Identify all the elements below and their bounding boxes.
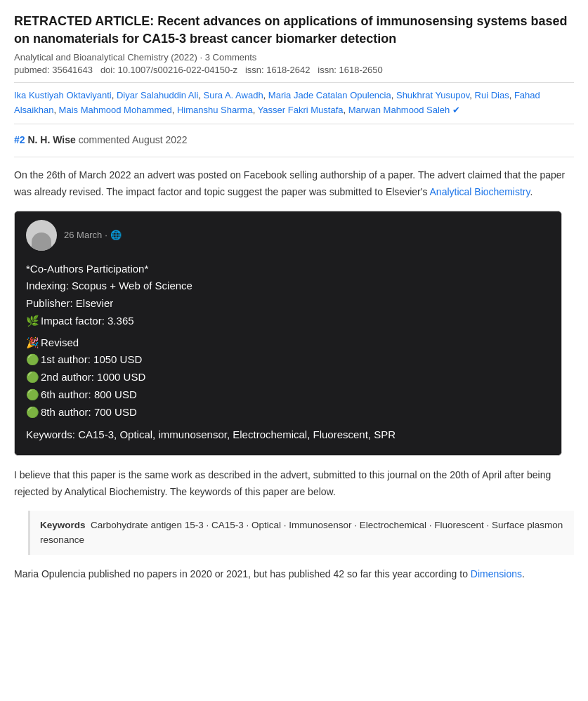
fb-post-date: 26 March · 🌐 — [64, 230, 122, 240]
divider — [14, 157, 574, 157]
comment-text-3-part1: Maria Opulencia published no papers in 2… — [14, 568, 468, 579]
author-2[interactable]: Diyar Salahuddin Ali — [117, 90, 198, 100]
author-3[interactable]: Sura A. Awadh — [204, 90, 263, 100]
fb-line-4: 🌿Impact factor: 3.365 — [26, 313, 550, 330]
keywords-values: Carbohydrate antigen 15-3 · CA15-3 · Opt… — [40, 520, 563, 546]
comment-paragraph-3: Maria Opulencia published no papers in 2… — [14, 566, 574, 583]
doi-line: pubmed: 35641643 doi: 10.1007/s00216-022… — [14, 65, 574, 75]
analytical-biochemistry-link[interactable]: Analytical Biochemistry — [430, 186, 530, 197]
author-4[interactable]: Maria Jade Catalan Opulencia — [268, 90, 391, 100]
fb-line-10: Keywords: CA15-3, Optical, immunosensor,… — [26, 426, 550, 444]
period-1: . — [530, 186, 533, 197]
article-title: RETRACTED ARTICLE: Recent advances on ap… — [14, 13, 574, 48]
issn1: issn: 1618-2642 — [245, 65, 311, 75]
fb-avatar — [26, 220, 57, 251]
keywords-box: Keywords Carbohydrate antigen 15-3 · CA1… — [28, 511, 574, 555]
comment-number: #2 — [14, 134, 25, 145]
issn2: issn: 1618-2650 — [318, 65, 383, 75]
fb-line-8: 🟢6th author: 800 USD — [26, 386, 550, 404]
keywords-label: Keywords — [40, 520, 86, 530]
comment-date: August 2022 — [132, 134, 188, 145]
period-3: . — [522, 568, 525, 579]
doi: doi: 10.1007/s00216-022-04150-z — [100, 65, 237, 75]
author-10[interactable]: Yasser Fakri Mustafa — [258, 105, 344, 115]
facebook-screenshot: 26 March · 🌐 *Co-Authors Participation* … — [14, 211, 562, 457]
fb-line-5: 🎉Revised — [26, 334, 550, 352]
journal-line: Analytical and Bioanalytical Chemistry (… — [14, 52, 574, 63]
fb-line-1: *Co-Authors Participation* — [26, 261, 550, 278]
fb-line-6: 🟢1st author: 1050 USD — [26, 351, 550, 369]
fb-line-7: 🟢2nd author: 1000 USD — [26, 369, 550, 386]
verified-icon: ✔ — [452, 105, 460, 115]
pubmed: pubmed: 35641643 — [14, 65, 93, 75]
fb-header: 26 March · 🌐 — [15, 211, 561, 255]
comment-paragraph-1: On the 26th of March 2022 an advert was … — [14, 167, 574, 201]
authors-block: Ika Kustiyah Oktaviyanti, Diyar Salahudd… — [14, 82, 574, 124]
author-8[interactable]: Mais Mahmood Mohammed — [59, 105, 172, 115]
fb-content: *Co-Authors Participation* Indexing: Sco… — [15, 255, 561, 456]
author-6[interactable]: Rui Dias — [475, 90, 509, 100]
author-11[interactable]: Marwan Mahmood Saleh — [348, 105, 450, 115]
fb-line-3: Publisher: Elsevier — [26, 295, 550, 313]
globe-icon: 🌐 — [110, 230, 122, 240]
commenter-name: N. H. Wise — [27, 134, 75, 145]
fb-line-2: Indexing: Scopus + Web of Science — [26, 277, 550, 295]
author-1[interactable]: Ika Kustiyah Oktaviyanti — [14, 90, 112, 100]
dimensions-link[interactable]: Dimensions — [471, 568, 522, 579]
author-9[interactable]: Himanshu Sharma — [177, 105, 253, 115]
fb-line-9: 🟢8th author: 700 USD — [26, 404, 550, 421]
comment-paragraph-2: I believe that this paper is the same wo… — [14, 467, 574, 501]
comment-header: #2 N. H. Wise commented August 2022 — [14, 134, 574, 145]
comment-action: commented — [79, 134, 132, 145]
author-5[interactable]: Shukhrat Yusupov — [396, 90, 469, 100]
